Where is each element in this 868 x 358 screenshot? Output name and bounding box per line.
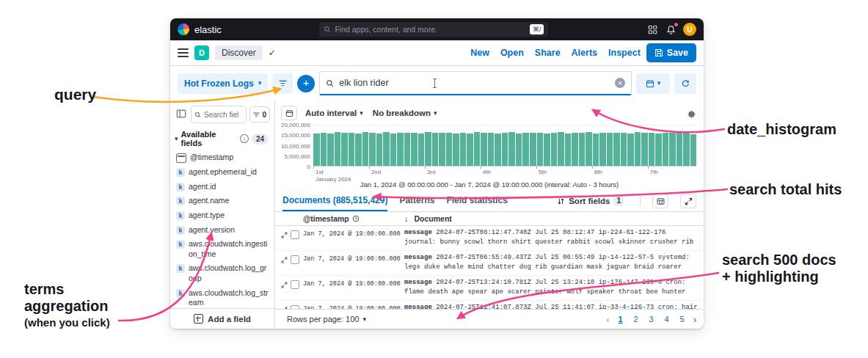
histogram-bar[interactable]	[341, 133, 348, 166]
histogram-bar[interactable]	[508, 132, 515, 166]
apps-grid-icon[interactable]	[646, 23, 660, 36]
tab-field[interactable]: Field statistics	[446, 191, 507, 211]
page-2[interactable]: 2	[632, 315, 641, 324]
histogram-bar[interactable]	[453, 134, 459, 166]
add-field-button[interactable]: Add a field	[170, 308, 274, 329]
histogram-bar[interactable]	[635, 132, 641, 166]
expand-row-icon[interactable]	[281, 257, 288, 263]
tab-patterns[interactable]: Patterns	[399, 191, 434, 211]
data-view-picker[interactable]: Hot Frozen Logs ▾	[178, 73, 268, 94]
histogram-bar[interactable]	[649, 133, 655, 166]
tab-documents[interactable]: Documents (885,515,429)	[282, 191, 387, 211]
row-checkbox[interactable]	[291, 230, 299, 239]
field-item-aws-cloudwatch-log-group[interactable]: kaws.cloudwatch.log_group	[173, 261, 271, 285]
histogram-bar[interactable]	[439, 133, 445, 166]
histogram-bar[interactable]	[502, 133, 508, 166]
add-filter-button[interactable]: +	[297, 75, 315, 92]
fullscreen-icon[interactable]	[680, 194, 696, 208]
nav-action-open[interactable]: Open	[500, 48, 524, 58]
histogram-bar[interactable]	[488, 133, 495, 166]
chevron-down-icon[interactable]: ▾	[175, 136, 178, 142]
histogram-bar[interactable]	[641, 133, 648, 166]
field-item-agent-name[interactable]: kagent.name	[173, 194, 271, 208]
chart-calendar-icon[interactable]	[281, 106, 297, 120]
histogram-bar[interactable]	[313, 134, 320, 166]
display-options-icon[interactable]	[652, 194, 668, 208]
user-avatar[interactable]: U	[683, 23, 696, 36]
page-1[interactable]: 1	[616, 315, 625, 324]
breadcrumb[interactable]: Discover	[215, 45, 263, 60]
query-input[interactable]: elk lion rider ✕	[319, 71, 632, 95]
clear-query-icon[interactable]: ✕	[615, 78, 625, 88]
histogram-bar[interactable]	[411, 133, 417, 166]
histogram-bar[interactable]	[495, 134, 501, 166]
histogram-bar[interactable]	[537, 133, 544, 166]
histogram-bar[interactable]	[663, 133, 669, 166]
collapse-sidebar-icon[interactable]	[175, 108, 188, 121]
save-button[interactable]: Save	[646, 43, 696, 62]
histogram-bar[interactable]	[327, 134, 334, 166]
histogram-bar[interactable]	[321, 133, 327, 166]
histogram-bar[interactable]	[579, 133, 586, 166]
field-item-aws-cloudwatch-log-stream[interactable]: kaws.cloudwatch.log_stream	[173, 286, 271, 308]
expand-row-icon[interactable]	[281, 232, 288, 238]
histogram-bar[interactable]	[655, 134, 662, 166]
histogram-bar[interactable]	[474, 132, 481, 166]
histogram-bar[interactable]	[397, 133, 404, 166]
histogram-bar[interactable]	[621, 133, 627, 166]
histogram-bar[interactable]	[432, 133, 439, 166]
field-filter-button[interactable]: 0	[249, 106, 270, 123]
rows-per-page-button[interactable]: Rows per page: 100 ▾	[282, 314, 371, 324]
field-search-input[interactable]: Search fiel	[191, 106, 247, 123]
histogram-bar[interactable]	[593, 134, 599, 166]
field-item-agent-version[interactable]: kagent.version	[173, 223, 271, 238]
histogram-bar[interactable]	[530, 133, 536, 166]
histogram-bar[interactable]	[376, 134, 383, 166]
row-checkbox[interactable]	[291, 255, 299, 264]
nav-action-alerts[interactable]: Alerts	[572, 48, 597, 58]
histogram-bar[interactable]	[676, 133, 683, 166]
histogram-bar[interactable]	[690, 134, 697, 166]
field-item-agent-id[interactable]: kagent.id	[173, 180, 271, 194]
histogram-bar[interactable]	[669, 133, 676, 166]
row-checkbox[interactable]	[291, 280, 299, 289]
histogram-bar[interactable]	[383, 132, 390, 166]
field-item-agent-ephemeral-id[interactable]: kagent.ephemeral_id	[173, 165, 271, 180]
page-4[interactable]: 4	[663, 315, 671, 324]
interval-select[interactable]: Auto interval ▾	[304, 109, 365, 117]
histogram-bar[interactable]	[572, 133, 578, 166]
menu-icon[interactable]	[178, 48, 189, 57]
histogram-bar[interactable]	[613, 133, 620, 166]
histogram-bar[interactable]	[362, 132, 369, 166]
histogram-bar[interactable]	[683, 133, 690, 166]
nav-action-new[interactable]: New	[470, 48, 489, 58]
histogram-bar[interactable]	[544, 134, 550, 166]
histogram-bar[interactable]	[369, 133, 376, 166]
elastic-logo-icon[interactable]	[178, 23, 189, 35]
histogram-bar[interactable]	[481, 133, 487, 166]
next-page-button[interactable]: ›	[693, 314, 696, 325]
histogram-bar[interactable]	[558, 132, 564, 166]
histogram-bar[interactable]	[390, 134, 397, 166]
nav-action-share[interactable]: Share	[535, 48, 561, 58]
histogram-bar[interactable]	[460, 133, 467, 166]
timestamp-column-header[interactable]: @timestamp	[303, 214, 401, 223]
histogram-bar[interactable]	[467, 134, 473, 166]
histogram-bar[interactable]	[551, 133, 558, 166]
histogram-bar[interactable]	[599, 133, 606, 166]
histogram-bar[interactable]	[335, 132, 341, 166]
breakdown-select[interactable]: No breakdown ▾	[371, 109, 439, 117]
histogram-bar[interactable]	[607, 133, 613, 166]
histogram-bar[interactable]	[425, 132, 431, 166]
histogram-bar[interactable]	[627, 134, 634, 166]
field-item--timestamp[interactable]: @timestamp	[173, 150, 271, 165]
histogram-bar[interactable]	[355, 134, 362, 166]
nav-action-inspect[interactable]: Inspect	[608, 48, 641, 58]
field-item-agent-type[interactable]: kagent.type	[173, 208, 271, 223]
histogram-bar[interactable]	[565, 134, 572, 166]
histogram-bar[interactable]	[516, 134, 522, 166]
global-search-input[interactable]: Find apps, content, and more. ⌘/	[319, 22, 548, 37]
previous-page-button[interactable]: ‹	[606, 314, 609, 325]
page-5[interactable]: 5	[678, 315, 687, 324]
histogram-bar[interactable]	[586, 132, 592, 166]
